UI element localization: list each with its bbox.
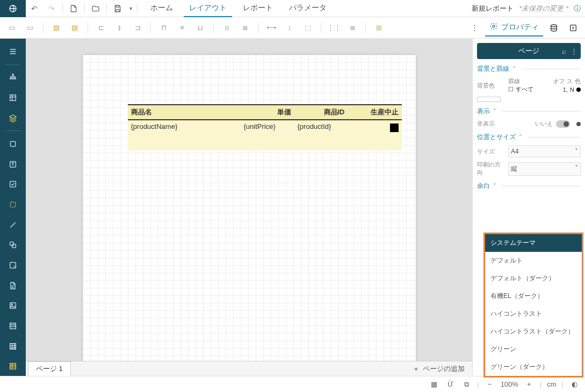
- bring-front-button[interactable]: ▧: [48, 20, 65, 36]
- undo-button[interactable]: ↶: [26, 1, 43, 16]
- align-right-button[interactable]: ⊐: [129, 20, 146, 36]
- distribute-h-button[interactable]: ⫼: [218, 20, 235, 36]
- report-page[interactable]: 商品名 単価 商品ID 生産中止 {productName} {unitPric…: [83, 55, 416, 361]
- tool-text[interactable]: [3, 157, 23, 172]
- tab-home[interactable]: ホーム: [145, 0, 178, 17]
- svg-point-7: [15, 78, 16, 79]
- theme-item-default[interactable]: デフォルト: [485, 252, 582, 270]
- tab-layout[interactable]: レイアウト: [184, 0, 232, 17]
- tool-tablix[interactable]: [3, 359, 23, 374]
- tool-richtext[interactable]: [3, 278, 23, 293]
- tool-select[interactable]: [3, 197, 23, 212]
- collapse-panel-button[interactable]: [565, 20, 582, 36]
- data-panel-button[interactable]: [545, 20, 562, 36]
- size-height-button[interactable]: ↕: [281, 20, 298, 36]
- svg-rect-8: [10, 95, 16, 101]
- info-icon[interactable]: ⓘ: [574, 4, 581, 13]
- cell-unit-price[interactable]: {unitPrice}: [241, 120, 294, 150]
- tool-layers[interactable]: [3, 111, 23, 126]
- tool-line[interactable]: [3, 217, 23, 233]
- header-unit-price[interactable]: 単価: [241, 105, 294, 119]
- tool-container[interactable]: [3, 136, 23, 151]
- tool-checkbox[interactable]: [3, 177, 23, 192]
- save-button[interactable]: [109, 1, 126, 16]
- zoom-in-button[interactable]: +: [524, 380, 535, 388]
- theme-button[interactable]: ◐: [569, 380, 580, 388]
- bgcolor-swatch[interactable]: [477, 97, 501, 102]
- tool-hierarchy[interactable]: [3, 70, 23, 85]
- section-margin[interactable]: 余白˅: [477, 182, 581, 191]
- tool-subreport[interactable]: [3, 258, 23, 273]
- menu-button[interactable]: [3, 44, 23, 59]
- cell-product-id[interactable]: {productId}: [294, 120, 348, 150]
- theme-item-highcontrast-dark[interactable]: ハイコントラスト（ダーク）: [485, 323, 582, 340]
- theme-item-green-dark[interactable]: グリーン（ダーク）: [485, 358, 582, 376]
- header-product-id[interactable]: 商品ID: [294, 105, 348, 119]
- theme-item-oled-dark[interactable]: 有機EL（ダーク）: [485, 287, 582, 305]
- cell-product-name[interactable]: {productName}: [128, 120, 241, 150]
- tool-matrix[interactable]: [3, 339, 23, 354]
- header-product-name[interactable]: 商品名: [128, 105, 241, 119]
- plus-icon: ＋: [413, 364, 420, 374]
- section-display[interactable]: 表示˄: [477, 107, 581, 116]
- new-button[interactable]: [65, 1, 82, 16]
- tool-shape[interactable]: [3, 237, 23, 252]
- snap-toggle[interactable]: Ừ: [445, 380, 456, 388]
- theme-item-default-dark[interactable]: デフォルト（ダーク）: [485, 270, 582, 287]
- save-dropdown[interactable]: ▾: [126, 1, 135, 16]
- orient-select[interactable]: 縦˅: [508, 162, 581, 176]
- send-back-button[interactable]: ▨: [66, 20, 83, 36]
- redo-button[interactable]: ↷: [43, 1, 60, 16]
- svg-rect-18: [10, 323, 16, 329]
- tablix-control[interactable]: 商品名 単価 商品ID 生産中止 {productName} {unitPric…: [128, 104, 402, 150]
- svg-point-2: [551, 25, 557, 27]
- app-logo[interactable]: [0, 0, 26, 17]
- space-h-button[interactable]: ⋮⋮: [326, 20, 343, 36]
- properties-tab[interactable]: プロパティ: [485, 19, 543, 37]
- section-bg-border[interactable]: 背景と罫線˄: [477, 64, 581, 74]
- align-middle-button[interactable]: ≡: [174, 20, 191, 36]
- orient-label: 印刷の方向: [477, 161, 505, 177]
- align-bottom-button[interactable]: ⊔: [192, 20, 209, 36]
- hidden-toggle[interactable]: [556, 120, 570, 128]
- size-select[interactable]: A4˅: [508, 146, 581, 157]
- distribute-v-button[interactable]: ≣: [236, 20, 254, 36]
- page-tab-1[interactable]: ページ 1: [28, 361, 71, 376]
- align-top-button[interactable]: ⊓: [155, 20, 172, 36]
- align-tool-1[interactable]: ▭: [3, 20, 20, 36]
- size-both-button[interactable]: ⬚: [299, 20, 316, 36]
- theme-item-green[interactable]: グリーン: [485, 340, 582, 358]
- theme-item-highcontrast[interactable]: ハイコントラスト: [485, 305, 582, 323]
- cell-discontinued[interactable]: [348, 120, 402, 150]
- tool-image[interactable]: [3, 298, 23, 313]
- open-button[interactable]: [87, 1, 104, 16]
- add-page-button[interactable]: ＋ページの追加: [405, 362, 472, 376]
- align-tool-2[interactable]: ▭: [21, 20, 39, 36]
- svg-point-6: [12, 78, 14, 79]
- more-button[interactable]: ⋮: [466, 20, 483, 36]
- section-pos-size[interactable]: 位置とサイズ˄: [477, 133, 581, 142]
- space-v-button[interactable]: ≣: [344, 20, 361, 36]
- search-icon[interactable]: ⌕: [562, 47, 566, 55]
- expr-dot[interactable]: [576, 122, 581, 126]
- tab-params[interactable]: パラメータ: [284, 0, 332, 17]
- align-center-button[interactable]: ⫿: [111, 20, 128, 36]
- align-left-button[interactable]: ⊏: [92, 20, 110, 36]
- header-discontinued[interactable]: 生産中止: [348, 105, 402, 119]
- tool-table[interactable]: [3, 90, 23, 105]
- gear-icon: [489, 22, 498, 32]
- tool-list[interactable]: [3, 318, 23, 333]
- group-button[interactable]: ⊞: [370, 20, 387, 36]
- tab-report[interactable]: レポート: [237, 0, 278, 17]
- prop-header[interactable]: ページ ⌕⋮: [477, 43, 581, 59]
- magnet-toggle[interactable]: ⧉: [461, 380, 472, 389]
- zoom-out-button[interactable]: −: [485, 380, 495, 388]
- unit-toggle[interactable]: cm: [547, 380, 556, 388]
- size-width-button[interactable]: ⟷: [263, 20, 280, 36]
- grid-toggle[interactable]: ▦: [429, 380, 439, 388]
- zoom-level[interactable]: 100%: [501, 380, 518, 388]
- svg-point-1: [493, 25, 495, 27]
- more-icon[interactable]: ⋮: [570, 47, 577, 55]
- svg-rect-11: [10, 182, 16, 187]
- svg-rect-9: [10, 141, 15, 146]
